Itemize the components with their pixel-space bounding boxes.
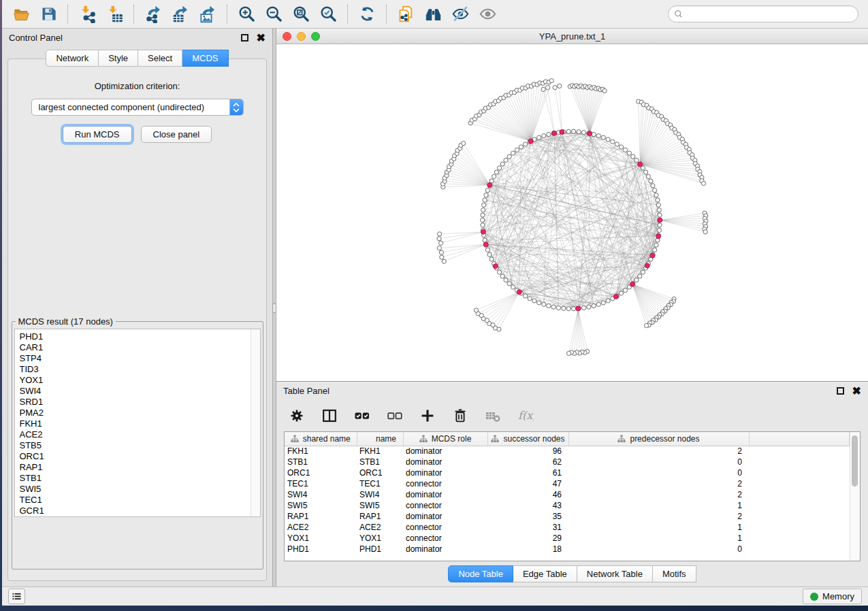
- table-row[interactable]: ORC1 ORC1 dominator 61 0: [285, 467, 850, 478]
- column-header[interactable]: predecessor nodes: [568, 432, 749, 446]
- cell-mcds-role[interactable]: dominator: [403, 446, 487, 457]
- scrollbar-thumb[interactable]: [852, 435, 858, 486]
- cell-mcds-role[interactable]: connector: [403, 500, 487, 511]
- mcds-result-item[interactable]: STP4: [20, 353, 251, 364]
- export-image-icon[interactable]: [194, 2, 221, 27]
- cell-successor-nodes[interactable]: 96: [487, 446, 568, 457]
- open-file-icon[interactable]: [7, 2, 35, 27]
- mcds-result-item[interactable]: RAP1: [20, 462, 251, 473]
- cell-name[interactable]: PHD1: [357, 544, 403, 555]
- control-panel-tab[interactable]: Network: [46, 50, 99, 67]
- cell-name[interactable]: YOX1: [357, 533, 403, 544]
- cell-mcds-role[interactable]: dominator: [403, 457, 487, 467]
- cell-shared-name[interactable]: FKH1: [285, 446, 357, 457]
- table-close-panel-icon[interactable]: ✖: [852, 387, 861, 395]
- mcds-result-item[interactable]: PHD1: [20, 331, 251, 342]
- show-graphics-icon[interactable]: [474, 2, 501, 27]
- cell-shared-name[interactable]: STB1: [285, 457, 357, 467]
- run-mcds-button[interactable]: Run MCDS: [63, 126, 132, 143]
- zoom-selected-icon[interactable]: [315, 2, 342, 27]
- export-network-icon[interactable]: [140, 2, 167, 27]
- settings-gear-icon[interactable]: [287, 406, 306, 425]
- cell-shared-name[interactable]: SWI5: [285, 500, 357, 511]
- function-builder-icon[interactable]: [516, 406, 535, 425]
- cell-successor-nodes[interactable]: 43: [487, 500, 568, 511]
- mcds-result-item[interactable]: SWI4: [20, 386, 251, 397]
- search-input[interactable]: [686, 10, 852, 19]
- mcds-result-item[interactable]: SRD1: [20, 397, 251, 408]
- control-panel-tab[interactable]: Style: [99, 50, 138, 67]
- cell-successor-nodes[interactable]: 35: [487, 511, 568, 522]
- cell-predecessor-nodes[interactable]: 2: [568, 446, 749, 457]
- cell-successor-nodes[interactable]: 29: [487, 533, 568, 544]
- cell-successor-nodes[interactable]: 31: [487, 522, 568, 533]
- cell-successor-nodes[interactable]: 62: [487, 457, 568, 467]
- table-tab[interactable]: Network Table: [577, 565, 653, 582]
- cell-mcds-role[interactable]: dominator: [403, 467, 487, 478]
- hide-graphics-icon[interactable]: [447, 2, 474, 27]
- table-row[interactable]: PHD1 PHD1 dominator 18 0: [285, 544, 850, 555]
- cell-predecessor-nodes[interactable]: 0: [568, 544, 749, 555]
- control-panel-tab[interactable]: Select: [138, 50, 182, 67]
- table-row[interactable]: SWI5 SWI5 connector 43 1: [285, 500, 850, 511]
- cell-predecessor-nodes[interactable]: 0: [568, 457, 749, 467]
- table-float-panel-icon[interactable]: [837, 387, 844, 395]
- cell-mcds-role[interactable]: connector: [403, 522, 487, 533]
- search-network-icon[interactable]: [419, 2, 447, 27]
- cell-name[interactable]: STB1: [357, 457, 403, 467]
- table-row[interactable]: FKH1 FKH1 dominator 96 2: [285, 446, 850, 457]
- import-network-icon[interactable]: [74, 2, 101, 27]
- cell-mcds-role[interactable]: connector: [403, 478, 487, 489]
- cell-name[interactable]: SWI4: [357, 489, 403, 500]
- float-panel-icon[interactable]: [241, 34, 248, 42]
- mcds-result-item[interactable]: CAR1: [20, 342, 251, 353]
- cell-mcds-role[interactable]: connector: [403, 533, 487, 544]
- column-layout-icon[interactable]: [320, 406, 339, 425]
- mcds-result-item[interactable]: ACE2: [20, 429, 251, 440]
- cell-successor-nodes[interactable]: 47: [487, 478, 568, 489]
- network-canvas[interactable]: [276, 44, 868, 381]
- cell-successor-nodes[interactable]: 46: [487, 489, 568, 500]
- cell-name[interactable]: ORC1: [357, 467, 403, 478]
- column-header[interactable]: shared name: [285, 432, 357, 446]
- close-panel-icon[interactable]: ✖: [257, 34, 266, 42]
- select-all-icon[interactable]: [353, 406, 372, 425]
- task-history-button[interactable]: [8, 589, 25, 604]
- save-session-icon[interactable]: [35, 2, 62, 27]
- table-row[interactable]: TEC1 TEC1 connector 47 2: [285, 478, 850, 489]
- cell-successor-nodes[interactable]: 18: [487, 544, 568, 555]
- refresh-view-icon[interactable]: [353, 2, 381, 27]
- cell-shared-name[interactable]: ACE2: [285, 522, 357, 533]
- cell-shared-name[interactable]: TEC1: [285, 478, 357, 489]
- mcds-result-item[interactable]: STB1: [20, 473, 251, 484]
- column-header[interactable]: successor nodes: [487, 432, 568, 446]
- delete-column-icon[interactable]: [451, 406, 470, 425]
- table-tab[interactable]: Node Table: [448, 565, 513, 582]
- table-row[interactable]: YOX1 YOX1 connector 29 1: [285, 533, 850, 544]
- mcds-result-item[interactable]: ORC1: [20, 451, 251, 462]
- cell-name[interactable]: TEC1: [357, 478, 403, 489]
- optimization-criterion-select[interactable]: largest connected component (undirected): [31, 99, 244, 116]
- cell-predecessor-nodes[interactable]: 1: [568, 500, 749, 511]
- cell-mcds-role[interactable]: dominator: [403, 544, 487, 555]
- column-header[interactable]: MCDS role: [403, 432, 487, 446]
- mcds-result-item[interactable]: YOX1: [20, 375, 251, 386]
- mcds-result-item[interactable]: SWI5: [20, 484, 251, 495]
- zoom-in-icon[interactable]: [233, 2, 260, 27]
- mcds-list-scrollbar[interactable]: [251, 329, 260, 516]
- cell-mcds-role[interactable]: dominator: [403, 489, 487, 500]
- cell-predecessor-nodes[interactable]: 1: [568, 533, 749, 544]
- cell-shared-name[interactable]: YOX1: [285, 533, 357, 544]
- table-row[interactable]: SWI4 SWI4 dominator 46 2: [285, 489, 850, 500]
- table-vertical-scrollbar[interactable]: [850, 432, 860, 561]
- column-header[interactable]: name: [357, 432, 403, 446]
- table-row[interactable]: ACE2 ACE2 connector 31 1: [285, 522, 850, 533]
- export-table-icon[interactable]: [167, 2, 194, 27]
- mcds-result-item[interactable]: PMA2: [20, 408, 251, 418]
- mcds-result-item[interactable]: TID3: [20, 364, 251, 375]
- cell-predecessor-nodes[interactable]: 2: [568, 511, 749, 522]
- cell-name[interactable]: SWI5: [357, 500, 403, 511]
- table-tab[interactable]: Motifs: [653, 565, 696, 582]
- mcds-result-item[interactable]: FKH1: [20, 418, 251, 429]
- cell-predecessor-nodes[interactable]: 1: [568, 522, 749, 533]
